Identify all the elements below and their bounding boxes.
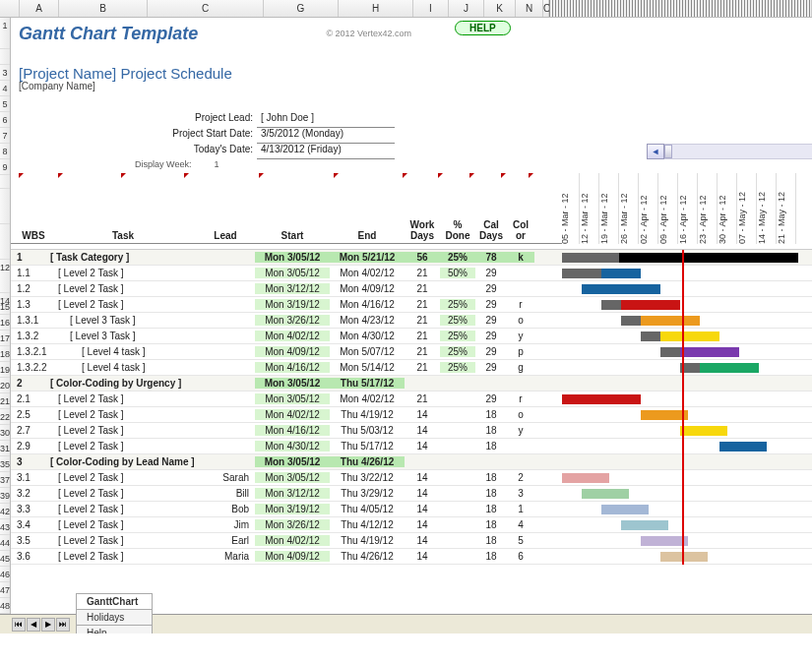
th-lead: Lead	[196, 230, 255, 243]
table-row[interactable]: 1.3[ Level 2 Task ]Mon 3/19/12Mon 4/16/1…	[11, 297, 812, 313]
table-row[interactable]: 1.3.2.2[ Level 4 task ]Mon 4/16/12Mon 5/…	[11, 360, 812, 376]
copyright-text: © 2012 Vertex42.com	[326, 29, 411, 38]
table-row[interactable]: 2.9[ Level 2 Task ]Mon 4/30/12Thu 5/17/1…	[11, 439, 812, 454]
table-row[interactable]: 3.5[ Level 2 Task ]EarlMon 4/02/12Thu 4/…	[11, 533, 812, 549]
gantt-bar-area	[562, 533, 802, 549]
gantt-bar-area	[562, 517, 802, 533]
th-done: %Done	[440, 219, 475, 243]
gantt-bar-area	[562, 297, 802, 313]
sheet-tab-help[interactable]: Help	[76, 625, 153, 634]
gantt-bar-area	[562, 329, 802, 344]
table-row[interactable]: 2.5[ Level 2 Task ]Mon 4/02/12Thu 4/19/1…	[11, 407, 812, 423]
table-row[interactable]: 3[ Color-Coding by Lead Name ]Mon 3/05/1…	[11, 454, 812, 470]
table-row[interactable]: 2[ Color-Coding by Urgency ]Mon 3/05/12T…	[11, 376, 812, 392]
th-cal: CalDays	[475, 219, 507, 243]
th-start: Start	[255, 230, 330, 243]
table-row[interactable]: 2.7[ Level 2 Task ]Mon 4/16/12Thu 5/03/1…	[11, 423, 812, 439]
start-date-label: Project Start Date:	[11, 128, 257, 144]
horizontal-scrollbar[interactable]: ◄ ►	[647, 144, 812, 159]
gantt-bar-area	[562, 313, 802, 329]
gantt-bar-area	[562, 549, 802, 565]
today-date-value[interactable]: 4/13/2012 (Friday)	[257, 144, 395, 159]
tab-last[interactable]: ⏭	[56, 618, 70, 632]
gantt-bar-area	[562, 281, 802, 297]
lead-value[interactable]: [ John Doe ]	[257, 112, 395, 128]
gantt-bar-area	[562, 250, 802, 266]
table-row[interactable]: 3.6[ Level 2 Task ]MariaMon 4/09/12Thu 4…	[11, 549, 812, 565]
gantt-bar-area	[562, 344, 802, 360]
company-name: [Company Name]	[11, 81, 95, 96]
row-numbers: 1345678912141516171819202122303135373942…	[0, 18, 11, 614]
gantt-bar-area	[562, 423, 802, 439]
gantt-bar-area	[562, 486, 802, 502]
th-color: Color	[507, 219, 534, 243]
scroll-left-button[interactable]: ◄	[647, 144, 664, 159]
tab-next[interactable]: ▶	[41, 618, 55, 632]
table-row[interactable]: 3.3[ Level 2 Task ]BobMon 3/19/12Thu 4/0…	[11, 502, 812, 517]
sheet-tabs: ⏮ ◀ ▶ ⏭ GanttChartHolidaysHelpTermsOfUse	[0, 614, 812, 633]
table-row[interactable]: 1.1[ Level 2 Task ]Mon 3/05/12Mon 4/02/1…	[11, 266, 812, 281]
gantt-bar-area	[562, 266, 802, 281]
gantt-bar-area	[562, 376, 802, 392]
display-week-label: Display Week: 1	[11, 159, 355, 173]
gantt-bar-area	[562, 454, 802, 470]
tab-prev[interactable]: ◀	[27, 618, 40, 632]
gantt-bar-area	[562, 407, 802, 423]
today-date-label: Today's Date:	[11, 144, 257, 159]
sheet-tab-ganttchart[interactable]: GanttChart	[76, 593, 153, 609]
column-headers: ABCGHIJKNO	[0, 0, 812, 18]
gantt-bar-area	[562, 392, 802, 407]
th-wbs: WBS	[11, 230, 50, 243]
table-row[interactable]: 3.4[ Level 2 Task ]JimMon 3/26/12Thu 4/1…	[11, 517, 812, 533]
table-row[interactable]: 1.3.2.1[ Level 4 task ]Mon 4/09/12Mon 5/…	[11, 344, 812, 360]
th-end: End	[330, 230, 405, 243]
sheet-tab-holidays[interactable]: Holidays	[76, 609, 153, 625]
gantt-date-headers: 05 - Mar - 1212 - Mar - 1219 - Mar - 122…	[560, 173, 796, 244]
schedule-title: [Project Name] Project Schedule	[11, 65, 232, 81]
tab-first[interactable]: ⏮	[12, 618, 26, 632]
table-row[interactable]: 1.2[ Level 2 Task ]Mon 3/12/12Mon 4/09/1…	[11, 281, 812, 297]
table-row[interactable]: 1[ Task Category ]Mon 3/05/12Mon 5/21/12…	[11, 250, 812, 266]
help-button[interactable]: HELP	[455, 21, 511, 35]
table-row[interactable]: 3.2[ Level 2 Task ]BillMon 3/12/12Thu 3/…	[11, 486, 812, 502]
th-task: Task	[50, 230, 196, 243]
gantt-bar-area	[562, 502, 802, 517]
start-date-value[interactable]: 3/5/2012 (Monday)	[257, 128, 395, 144]
th-work: WorkDays	[405, 219, 440, 243]
table-row[interactable]: 3.1[ Level 2 Task ]SarahMon 3/05/12Thu 3…	[11, 470, 812, 486]
table-row[interactable]: 1.3.1[ Level 3 Task ]Mon 3/26/12Mon 4/23…	[11, 313, 812, 329]
gantt-bar-area	[562, 439, 802, 454]
page-title: Gantt Chart Template	[11, 24, 198, 44]
gantt-bar-area	[562, 360, 802, 376]
gantt-bar-area	[562, 470, 802, 486]
table-row[interactable]: 1.3.2[ Level 3 Task ]Mon 4/02/12Mon 4/30…	[11, 329, 812, 344]
lead-label: Project Lead:	[11, 112, 257, 128]
table-row[interactable]: 2.1[ Level 2 Task ]Mon 3/05/12Mon 4/02/1…	[11, 392, 812, 407]
